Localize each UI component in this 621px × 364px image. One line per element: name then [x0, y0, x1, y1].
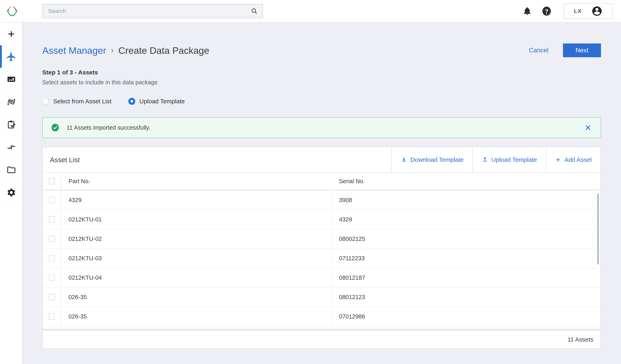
user-menu[interactable]: LX	[564, 3, 613, 19]
search-input[interactable]	[42, 4, 263, 18]
table-scrollbar-thumb[interactable]	[597, 193, 599, 264]
radio-upload-template[interactable]: Upload Template	[128, 98, 185, 105]
row-checkbox[interactable]	[49, 236, 55, 242]
app-window: ? LX	[0, 0, 621, 364]
top-bar: ? LX	[0, 0, 621, 23]
user-initials: LX	[574, 8, 582, 14]
download-template-button[interactable]: Download Template	[391, 147, 472, 172]
clipped-row	[43, 326, 601, 329]
notifications-bell-icon[interactable]	[521, 5, 533, 17]
sidebar-item-dashboard[interactable]	[0, 68, 23, 91]
page-header: Asset Manager › Create Data Package Canc…	[42, 43, 601, 57]
serial-no-cell: 08002125	[332, 229, 601, 248]
banner-close-icon[interactable]	[584, 123, 592, 132]
table-row[interactable]: 4329 3908	[43, 190, 601, 209]
serial-no-cell: 07112233	[332, 249, 601, 268]
asset-list-header: Asset List Download Template Upload Temp…	[43, 147, 601, 173]
asset-source-radio-group: Select from Asset List Upload Template	[42, 98, 601, 105]
settings-gear-icon	[6, 188, 16, 197]
radio-selected-icon[interactable]	[128, 98, 135, 105]
sidebar-nav	[0, 23, 23, 364]
clipboard-check-icon	[6, 120, 16, 129]
asset-list-title: Asset List	[43, 156, 391, 164]
table-row[interactable]: 0212KTU-02 08002125	[43, 229, 601, 248]
folder-icon	[6, 165, 16, 175]
serial-no-cell: 4329	[332, 210, 601, 229]
asset-count-footer: 11 Assets	[42, 330, 601, 349]
sidebar-item-transfers[interactable]	[0, 136, 23, 158]
svg-text:?: ?	[545, 8, 548, 14]
row-checkbox[interactable]	[49, 216, 55, 223]
table-row[interactable]: 0212KTU-04 08012187	[43, 268, 601, 287]
sidebar-item-add[interactable]	[0, 23, 23, 45]
success-banner-message: 11 Assets imported successfully.	[67, 124, 150, 131]
success-banner: 11 Assets imported successfully.	[42, 117, 601, 138]
serial-no-cell: 08012123	[332, 288, 601, 307]
row-checkbox[interactable]	[49, 294, 55, 300]
sidebar-item-assets-active[interactable]	[0, 45, 23, 68]
converge-arrows-icon	[6, 142, 16, 152]
plus-icon	[7, 30, 16, 38]
main-content: Asset Manager › Create Data Package Canc…	[23, 23, 621, 364]
part-no-cell: 026-35	[61, 288, 332, 307]
account-icon	[591, 5, 603, 17]
row-checkbox[interactable]	[49, 255, 55, 261]
company-logo-icon	[6, 6, 18, 16]
help-icon[interactable]: ?	[541, 5, 552, 17]
breadcrumb: Asset Manager › Create Data Package	[42, 45, 209, 56]
part-no-cell: 0212KTU-01	[61, 210, 332, 229]
radio-select-from-asset-list[interactable]: Select from Asset List	[42, 98, 111, 105]
topbar-right-cluster: ? LX	[521, 3, 613, 19]
table-row[interactable]: 0212KTU-03 07112233	[43, 248, 601, 268]
package-sync-icon	[6, 97, 16, 107]
airplane-icon	[6, 52, 16, 62]
part-no-cell: 026-35	[61, 307, 332, 326]
search-icon[interactable]	[250, 7, 258, 15]
cancel-button[interactable]: Cancel	[529, 47, 549, 54]
column-header-serial-no[interactable]: Serial No.	[332, 173, 601, 190]
serial-no-cell: 08012187	[332, 268, 601, 287]
part-no-cell: 4329	[61, 191, 332, 209]
serial-no-cell: 07012986	[332, 307, 601, 326]
sidebar-item-settings[interactable]	[0, 181, 23, 204]
step-subtitle: Select assets to include in this data pa…	[42, 79, 601, 86]
serial-no-cell: 3908	[332, 191, 601, 209]
column-header-part-no[interactable]: Part No.	[61, 173, 332, 190]
table-row[interactable]: 0212KTU-01 4329	[43, 209, 601, 229]
sidebar-item-package-sync[interactable]	[0, 91, 23, 113]
table-row[interactable]: 026-35 08012123	[43, 287, 601, 307]
sidebar-item-files[interactable]	[0, 158, 23, 181]
add-asset-button[interactable]: Add Asset	[546, 147, 601, 172]
asset-list-card: Asset List Download Template Upload Temp…	[42, 147, 601, 329]
success-check-icon	[51, 123, 59, 132]
header-actions: Cancel Next	[529, 43, 601, 57]
download-icon	[401, 156, 407, 163]
upload-template-button[interactable]: Upload Template	[472, 147, 546, 172]
breadcrumb-asset-manager-link[interactable]: Asset Manager	[42, 45, 106, 56]
part-no-cell: 0212KTU-04	[61, 268, 332, 287]
part-no-cell: 0212KTU-03	[61, 249, 332, 268]
upload-icon	[482, 156, 488, 163]
row-checkbox[interactable]	[49, 313, 55, 320]
table-header-row: Part No. Serial No.	[43, 173, 601, 190]
select-all-checkbox[interactable]	[49, 178, 55, 184]
row-checkbox[interactable]	[49, 274, 55, 281]
table-row[interactable]: 026-35 07012986	[43, 307, 601, 326]
asset-count: 11 Assets	[568, 336, 593, 343]
radio-unselected-icon[interactable]	[42, 98, 49, 105]
page-title: Create Data Package	[119, 45, 209, 56]
search-box	[42, 4, 263, 18]
next-button[interactable]: Next	[563, 43, 601, 57]
row-checkbox[interactable]	[49, 197, 55, 203]
dashboard-chart-icon	[6, 74, 16, 84]
plus-icon	[555, 157, 561, 163]
table-body: 4329 3908 0212KTU-01 4329 0212KTU-02 080…	[43, 190, 601, 326]
step-title: Step 1 of 3 - Assets	[42, 69, 601, 76]
sidebar-item-tasks[interactable]	[0, 113, 23, 136]
part-no-cell: 0212KTU-02	[61, 229, 332, 248]
breadcrumb-separator: ›	[111, 46, 114, 55]
